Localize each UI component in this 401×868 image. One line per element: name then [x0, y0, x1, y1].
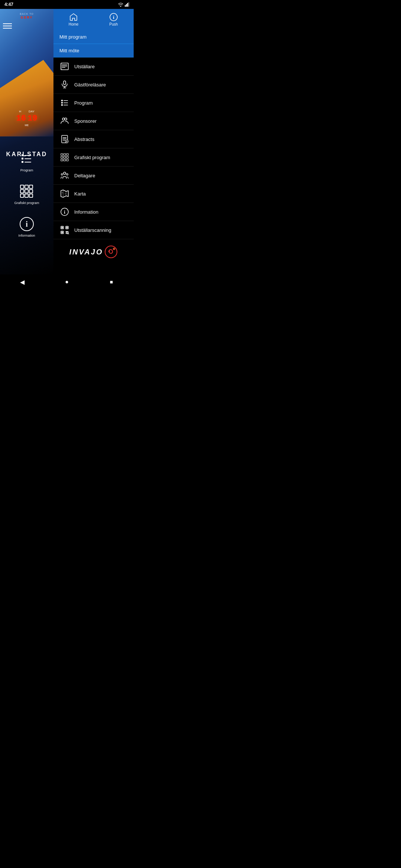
- menu-item-grafiskt-program[interactable]: Grafiskt program: [53, 148, 134, 167]
- svg-rect-6: [22, 161, 23, 163]
- bottom-navigation: ◀ ● ■: [0, 274, 134, 289]
- menu-item-mitt-program[interactable]: Mitt program: [53, 30, 134, 44]
- menu-label-mitt-program: Mitt program: [59, 34, 87, 40]
- menu-item-utstallare[interactable]: Utställare: [53, 57, 134, 76]
- svg-text:i: i: [26, 220, 28, 228]
- logo-swirl-icon: [104, 245, 118, 259]
- svg-rect-34: [63, 101, 68, 101]
- status-time: 4:47: [4, 2, 13, 7]
- deltagare-icon: [59, 170, 70, 181]
- svg-rect-5: [22, 158, 23, 160]
- left-information-icon-item[interactable]: i Information: [0, 216, 53, 237]
- nav-home[interactable]: Home: [53, 9, 94, 30]
- logo-text: INVAJO: [69, 248, 103, 256]
- svg-rect-4: [22, 154, 23, 156]
- svg-point-59: [66, 174, 68, 175]
- nav-home-label: Home: [69, 22, 79, 26]
- svg-rect-52: [64, 157, 66, 158]
- push-icon: i: [109, 13, 118, 22]
- svg-rect-16: [20, 194, 24, 197]
- svg-rect-17: [25, 194, 28, 197]
- left-program-icon-item[interactable]: Program: [0, 151, 53, 172]
- logo-area: INVAJO: [53, 239, 134, 264]
- svg-rect-31: [61, 100, 63, 101]
- menu-item-gastforelasare[interactable]: Gästföreläsare: [53, 76, 134, 94]
- program-icon: [21, 153, 33, 165]
- status-icons: [118, 2, 129, 7]
- svg-point-38: [65, 118, 67, 120]
- svg-rect-36: [63, 105, 68, 106]
- menu-item-information[interactable]: i Information: [53, 203, 134, 221]
- svg-rect-0: [125, 5, 126, 7]
- svg-rect-51: [61, 157, 63, 158]
- nav-push-label: Push: [110, 22, 118, 26]
- menu-list: Mitt program Mitt möte Utställare: [53, 30, 134, 274]
- menu-label-utstallare: Utställare: [74, 64, 95, 69]
- svg-rect-27: [61, 63, 62, 70]
- utstallarscanning-icon: [59, 225, 70, 235]
- svg-rect-11: [25, 185, 28, 188]
- nav-home-button[interactable]: ●: [59, 274, 74, 289]
- status-bar: 4:47: [0, 0, 134, 9]
- nav-recent-button[interactable]: ■: [104, 274, 119, 289]
- signal-icon: [125, 2, 129, 7]
- wifi-icon: [118, 2, 123, 7]
- menu-label-utstallarscanning: Utställarscanning: [74, 227, 111, 233]
- svg-rect-43: [63, 140, 65, 141]
- svg-rect-28: [63, 81, 66, 85]
- svg-rect-66: [62, 227, 63, 228]
- nav-push[interactable]: i Push: [94, 9, 134, 30]
- svg-rect-42: [63, 139, 66, 139]
- left-panel: BACK TO GERY H DAY 16 19 ME KARLSTAD: [0, 9, 53, 274]
- right-panel: Home i Push Mitt program Mitt möte: [53, 9, 134, 274]
- nav-back-button[interactable]: ◀: [15, 274, 30, 289]
- hamburger-button[interactable]: [3, 20, 15, 32]
- menu-label-program: Program: [74, 100, 93, 106]
- program-menu-icon: [59, 98, 70, 108]
- svg-rect-9: [25, 162, 31, 162]
- svg-rect-35: [63, 103, 68, 103]
- svg-rect-13: [20, 190, 24, 193]
- svg-rect-26: [62, 67, 65, 68]
- utstallare-icon: [59, 61, 70, 72]
- svg-point-78: [113, 248, 115, 250]
- svg-rect-8: [25, 158, 31, 159]
- menu-item-sponsorer[interactable]: Sponsorer: [53, 112, 134, 130]
- abstracts-icon: [59, 134, 70, 144]
- svg-rect-15: [29, 190, 33, 193]
- svg-rect-24: [62, 65, 67, 65]
- svg-rect-25: [62, 66, 67, 67]
- svg-point-58: [61, 174, 63, 175]
- sponsorer-icon: [59, 116, 70, 126]
- menu-item-abstracts[interactable]: Abstracts: [53, 130, 134, 148]
- svg-rect-10: [20, 185, 24, 188]
- clock-label-day: DAY: [29, 110, 35, 113]
- svg-text:i: i: [113, 14, 114, 20]
- menu-item-deltagare[interactable]: Deltagare: [53, 167, 134, 185]
- information-circle-icon: i: [19, 217, 34, 231]
- karta-icon: [59, 188, 70, 199]
- menu-item-utstallarscanning[interactable]: Utställarscanning: [53, 221, 134, 239]
- svg-rect-2: [127, 3, 128, 7]
- menu-item-mitt-mote[interactable]: Mitt möte: [53, 44, 134, 57]
- svg-rect-18: [29, 194, 33, 197]
- menu-item-program[interactable]: Program: [53, 94, 134, 112]
- clock-num-right: 19: [27, 114, 37, 123]
- menu-label-mitt-mote: Mitt möte: [59, 48, 79, 53]
- menu-label-deltagare: Deltagare: [74, 173, 95, 178]
- svg-rect-7: [25, 155, 31, 156]
- menu-item-karta[interactable]: Karta: [53, 185, 134, 203]
- left-program-label: Program: [20, 168, 33, 172]
- svg-point-57: [63, 172, 66, 174]
- svg-rect-41: [63, 137, 66, 138]
- svg-rect-14: [25, 190, 28, 193]
- svg-text:i: i: [64, 209, 65, 215]
- left-grafiskt-icon-item[interactable]: Grafiskt program: [0, 183, 53, 205]
- menu-label-gastforelasare: Gästföreläsare: [74, 82, 106, 88]
- grafiskt-program-menu-icon: [59, 152, 70, 162]
- svg-rect-33: [61, 104, 63, 106]
- menu-label-karta: Karta: [74, 191, 86, 197]
- svg-rect-1: [126, 4, 127, 7]
- svg-rect-53: [66, 157, 68, 158]
- svg-point-77: [105, 246, 117, 258]
